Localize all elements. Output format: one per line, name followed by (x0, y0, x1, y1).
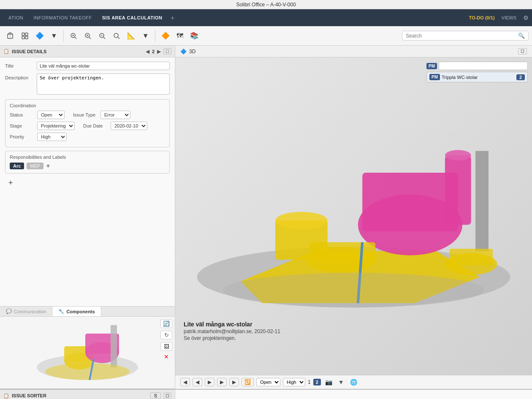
nav-share-btn[interactable]: 🌐 (348, 378, 359, 386)
svg-line-17 (118, 37, 119, 39)
title-bar: Solibri Office – A-40-V-000 (0, 0, 532, 9)
nav-loop-btn[interactable]: 🔁 (242, 378, 254, 386)
menu-add-tab[interactable]: + (168, 14, 178, 21)
view-3d-canvas[interactable]: Lite väl många wc-stolar patrik.malarhol… (175, 57, 532, 375)
svg-point-16 (114, 33, 118, 38)
preview-image-btn[interactable]: 🖼 (160, 342, 172, 351)
toolbar: 🔷 ▼ 📐 ▼ 🔶 🗺 📚 (0, 26, 532, 46)
due-date-select[interactable]: 2020-02-10 (111, 122, 147, 130)
nav-next-btn[interactable]: ▶ (205, 378, 214, 386)
preview-rotate-btn[interactable]: ↻ (160, 331, 172, 339)
menu-item-sis-area[interactable]: SIS AREA CALCULATION (97, 15, 168, 20)
status-filter-select[interactable]: Open (256, 378, 280, 386)
toolbar-measure-arrow[interactable]: ▼ (140, 30, 152, 41)
issue-overlay: Lite väl många wc-stolar patrik.malarhol… (184, 321, 422, 341)
toolbar-cube-icon[interactable] (3, 30, 17, 42)
add-tag-btn[interactable]: + (46, 162, 50, 170)
toolbar-layers-icon[interactable]: 📚 (187, 30, 201, 41)
nav-prev-btn[interactable]: ◀ (145, 49, 150, 54)
search-box[interactable]: 🔍 (402, 31, 529, 41)
toolbar-material-icon[interactable]: 🔶 (159, 30, 172, 41)
priority-select[interactable]: High Medium Low (37, 133, 67, 141)
nav-next-btn[interactable]: ▶ (156, 49, 162, 54)
nav-last-btn[interactable]: ▶ (217, 378, 227, 386)
tab-communication[interactable]: 💬 Communication (0, 307, 52, 316)
priority-label: Priority (10, 134, 33, 139)
stage-row: Stage Projektering Due Date 2020-02-10 (10, 122, 165, 130)
svg-rect-23 (111, 325, 117, 367)
svg-rect-36 (310, 242, 375, 262)
tab-components[interactable]: 🔧 Components (52, 307, 101, 316)
tag-mep[interactable]: MEP (27, 163, 43, 169)
svg-rect-4 (25, 36, 28, 39)
toolbar-view-icon[interactable] (19, 30, 31, 41)
views-button[interactable]: VIEWS (502, 15, 516, 20)
nav-play-btn[interactable]: ▶ (229, 378, 239, 386)
pm-item-label: Trippla WC-stolar (442, 75, 516, 80)
preview-refresh-btn[interactable]: 🔄 (160, 319, 172, 328)
issue-type-label: Issue Type (73, 112, 96, 117)
todo-badge[interactable]: TO-DO (0/1) (469, 15, 495, 20)
issue-icon: 📋 (3, 49, 9, 54)
main-layout: 📋 ISSUE DETAILS ◀ 2 ▶ ☐ Title (0, 46, 532, 389)
toolbar-mesh-arrow[interactable]: ▼ (48, 30, 60, 41)
menu-item-info-takeoff[interactable]: INFORMATION TAKEOFF (28, 15, 97, 20)
stage-select[interactable]: Projektering (37, 122, 75, 130)
toolbar-zoom-in[interactable] (81, 30, 94, 41)
preview-svg (28, 321, 147, 384)
svg-rect-30 (445, 155, 471, 225)
settings-icon[interactable]: ⚙ (523, 14, 529, 21)
svg-rect-2 (25, 33, 28, 35)
nav-snapshot-btn[interactable]: 📷 (323, 378, 334, 386)
toolbar-map-icon[interactable]: 🗺 (174, 30, 186, 41)
title-input[interactable] (37, 62, 170, 70)
svg-rect-1 (22, 33, 24, 35)
issue-details-panel: 📋 ISSUE DETAILS ◀ 2 ▶ ☐ Title (0, 46, 175, 389)
toolbar-zoom-out[interactable] (96, 30, 109, 41)
toolbar-mesh-icon[interactable]: 🔷 (33, 30, 46, 41)
nav-first-btn[interactable]: ◀ (180, 378, 190, 386)
view-3d-panel: 🔷 3D ☐ (175, 46, 532, 389)
toolbar-sep-2 (155, 30, 155, 42)
menu-bar: ATION INFORMATION TAKEOFF SIS AREA CALCU… (0, 9, 532, 26)
nav-prev-btn[interactable]: ◀ (193, 378, 202, 386)
view-3d-header: 🔷 3D ☐ (175, 46, 532, 57)
svg-line-6 (75, 37, 76, 39)
toolbar-measure-icon[interactable]: 📐 (125, 30, 138, 41)
pm-text-input[interactable] (439, 62, 528, 70)
priority-filter-select[interactable]: High (283, 378, 305, 386)
view-3d-expand-btn[interactable]: ☐ (518, 48, 527, 54)
sorter-expand-btn[interactable]: ☐ (163, 393, 171, 399)
svg-point-24 (45, 363, 130, 380)
menu-item-ation[interactable]: ATION (3, 15, 28, 20)
issue-type-select[interactable]: Error Warning (100, 111, 130, 119)
nav-num: 2 (152, 49, 155, 54)
toolbar-zoom-extent[interactable] (110, 30, 123, 41)
resp-tags: Arc MEP + (10, 162, 165, 170)
title-value (37, 62, 170, 70)
preview-delete-btn[interactable]: ✕ (160, 353, 172, 360)
status-select[interactable]: Open Closed (37, 111, 65, 119)
svg-rect-29 (362, 173, 458, 231)
right-bottom-panel (175, 390, 532, 399)
expand-btn[interactable]: ☐ (163, 48, 171, 54)
priority-row: Priority High Medium Low (10, 133, 165, 141)
pm-item-row[interactable]: PM Trippla WC-stolar 2 (426, 72, 528, 82)
nav-dropdown-btn[interactable]: ▼ (337, 378, 346, 386)
add-section-btn[interactable]: + (5, 177, 170, 189)
tag-arc[interactable]: Arc (10, 163, 24, 169)
desc-value: Se över projekteringen. (37, 73, 170, 96)
due-date-label: Due Date (83, 123, 106, 128)
components-icon: 🔧 (58, 309, 64, 314)
desc-row: Description Se över projekteringen. (5, 73, 170, 96)
sorter-title: ISSUE SORTER (12, 393, 46, 398)
pm-count-badge: 2 (516, 74, 525, 80)
svg-rect-32 (475, 151, 489, 251)
search-input[interactable] (406, 33, 516, 39)
pm-input-row: PM (426, 62, 528, 70)
toolbar-zoom-fit[interactable] (67, 30, 80, 41)
issue-desc-3d: Se över projekteringen. (184, 335, 422, 341)
view-3d-label: 3D (189, 49, 195, 54)
sort-button[interactable]: S (150, 392, 161, 399)
desc-input[interactable]: Se över projekteringen. (37, 73, 170, 95)
